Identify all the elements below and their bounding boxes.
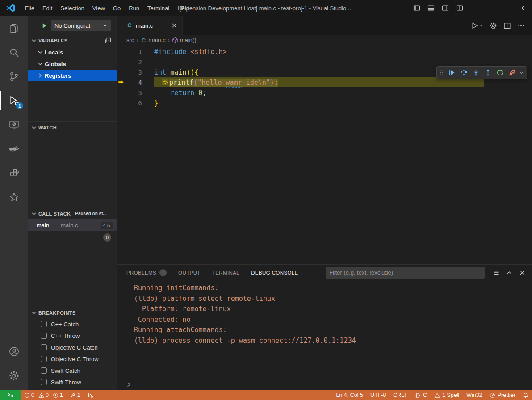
activity-explorer[interactable] <box>0 16 28 40</box>
menu-file[interactable]: File <box>21 0 38 16</box>
debug-session-dropdown-icon[interactable] <box>519 70 524 75</box>
start-debugging-icon[interactable] <box>41 22 48 29</box>
menu-edit[interactable]: Edit <box>38 0 56 16</box>
continue-button[interactable] <box>446 67 458 79</box>
activity-remote-explorer[interactable] <box>0 112 28 137</box>
activity-run-and-debug[interactable]: 1 <box>0 88 28 112</box>
activity-search[interactable] <box>0 40 28 64</box>
configure-button[interactable] <box>490 22 497 29</box>
menu-view[interactable]: View <box>88 0 109 16</box>
variables-section-header[interactable]: VARIABLES <box>28 35 117 46</box>
status-problems[interactable]: 001 <box>21 390 67 400</box>
menu-selection[interactable]: Selection <box>56 0 88 16</box>
gutter-glyph-margin[interactable] <box>117 77 124 88</box>
toggle-panel-button[interactable] <box>425 2 437 14</box>
activity-settings[interactable] <box>0 363 28 388</box>
breakpoint-c-catch[interactable]: C++ Catch <box>28 318 117 330</box>
remote-indicator[interactable] <box>0 390 21 400</box>
remote-explorer-icon <box>8 119 20 130</box>
more-actions-button[interactable] <box>517 22 525 29</box>
menu-terminal[interactable]: Terminal <box>143 0 173 16</box>
variables-scope-globals[interactable]: Globals <box>28 58 117 70</box>
window-close-button[interactable] <box>511 0 532 16</box>
close-panel-icon[interactable] <box>519 269 526 276</box>
panel-tab-output[interactable]: OUTPUT <box>178 265 201 280</box>
toggle-sidebar-button[interactable] <box>411 2 423 14</box>
step-out-button[interactable] <box>482 67 494 79</box>
disconnect-button[interactable] <box>506 67 518 79</box>
configure-icon <box>490 22 497 29</box>
call-stack-frame[interactable]: main main.c 4:5 <box>28 219 117 231</box>
breakpoint-checkbox[interactable] <box>41 356 47 362</box>
status-tasks[interactable]: 1 <box>67 390 84 400</box>
inline-pointer-icon <box>162 79 168 85</box>
breakpoint-checkbox[interactable] <box>41 333 47 339</box>
variables-scope-registers[interactable]: Registers <box>28 70 117 81</box>
step-over-button[interactable] <box>458 67 470 79</box>
run-or-debug-button[interactable] <box>471 22 483 29</box>
panel-tab-debug-console[interactable]: DEBUG CONSOLE <box>251 265 298 280</box>
gutter-glyph-margin[interactable] <box>117 57 124 67</box>
split-editor-button[interactable] <box>503 22 511 29</box>
activity-docker[interactable] <box>0 137 28 161</box>
activity-extensions[interactable] <box>0 161 28 185</box>
breakpoint-swift-throw[interactable]: Swift Throw <box>28 376 117 388</box>
restart-button[interactable] <box>494 67 506 79</box>
breakpoint-checkbox[interactable] <box>41 379 47 385</box>
breakpoint-c-throw[interactable]: C++ Throw <box>28 330 117 342</box>
breakpoint-objective-c-throw[interactable]: Objective C Throw <box>28 353 117 365</box>
gutter-glyph-margin[interactable] <box>117 88 124 98</box>
debug-console-input[interactable] <box>117 379 532 390</box>
tab-close-icon[interactable] <box>171 22 178 29</box>
status-cursor-position[interactable]: Ln 4, Col 5 <box>332 390 366 400</box>
breakpoint-objective-c-catch[interactable]: Objective C Catch <box>28 342 117 353</box>
tab-main.c[interactable]: Cmain.c <box>117 16 183 35</box>
output-view-icon[interactable] <box>493 269 500 276</box>
status-prettier[interactable]: Prettier <box>486 390 519 400</box>
status-notifications[interactable] <box>519 390 532 400</box>
customize-layout-button[interactable] <box>453 2 466 14</box>
step-into-button[interactable] <box>470 67 482 79</box>
breakpoint-checkbox[interactable] <box>41 321 47 327</box>
breadcrumb-item-src[interactable]: src <box>126 37 134 43</box>
debug-configuration-select[interactable]: No Configurat <box>51 20 111 31</box>
breakpoint-checkbox[interactable] <box>41 344 47 350</box>
breakpoint-swift-catch[interactable]: Swift Catch <box>28 365 117 376</box>
breakpoint-checkbox[interactable] <box>41 367 47 374</box>
activity-favorites[interactable] <box>0 185 28 209</box>
vscode-logo-icon <box>6 3 16 13</box>
console-filter-input[interactable] <box>326 267 485 279</box>
activity-source-control[interactable] <box>0 64 28 88</box>
gutter-glyph-margin[interactable] <box>117 67 124 77</box>
collapse-all-icon[interactable] <box>105 37 112 44</box>
activity-bar: 1 <box>0 16 28 390</box>
breadcrumb-item-main-[interactable]: main() <box>172 37 197 43</box>
panel-tab-problems[interactable]: PROBLEMS1 <box>126 265 167 280</box>
code-editor[interactable]: 1#include <stdio.h>23int main(){4 printf… <box>117 45 532 264</box>
search-icon <box>8 47 20 58</box>
call-stack-section-header[interactable]: CALL STACK Paused on st... <box>28 208 117 219</box>
maximize-panel-icon[interactable] <box>506 269 513 276</box>
breakpoint-label: Swift Throw <box>51 379 81 386</box>
debug-console-output[interactable]: Running initCommands:(lldb) platform sel… <box>117 280 532 379</box>
gutter-glyph-margin[interactable] <box>117 98 124 108</box>
variables-scope-locals[interactable]: Locals <box>28 46 117 58</box>
status-encoding[interactable]: UTF-8 <box>367 390 390 400</box>
status-spell-checker[interactable]: 1 Spell <box>431 390 463 400</box>
menu-go[interactable]: Go <box>109 0 125 16</box>
toggle-secondary-sidebar-button[interactable] <box>439 2 452 14</box>
menu-run[interactable]: Run <box>125 0 143 16</box>
breakpoints-section-header[interactable]: BREAKPOINTS <box>28 307 117 318</box>
status-language-mode[interactable]: {}C <box>411 390 431 400</box>
toolbar-drag-handle-icon[interactable] <box>439 69 444 77</box>
status-eol[interactable]: CRLF <box>390 390 411 400</box>
window-minimize-button[interactable] <box>470 0 491 16</box>
watch-section-header[interactable]: WATCH <box>28 121 117 133</box>
gutter-glyph-margin[interactable] <box>117 46 124 57</box>
status-platform[interactable]: Win32 <box>463 390 486 400</box>
breadcrumb-item-main-c[interactable]: Cmain.c <box>140 37 165 43</box>
panel-tab-terminal[interactable]: TERMINAL <box>212 265 239 280</box>
activity-accounts[interactable] <box>0 339 28 363</box>
status-debug-status[interactable] <box>84 390 97 400</box>
window-maximize-button[interactable] <box>491 0 511 16</box>
